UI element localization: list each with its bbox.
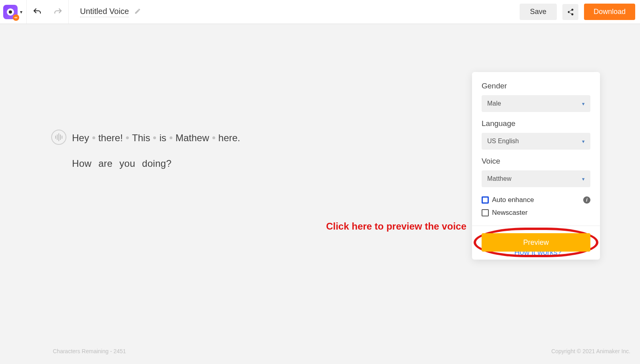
project-title[interactable]: Untitled Voice xyxy=(80,7,129,17)
voice-dropdown[interactable]: Matthew ▾ xyxy=(482,170,590,187)
newscaster-row[interactable]: Newscaster xyxy=(482,209,590,217)
logo-menu[interactable]: ▾ xyxy=(0,0,27,24)
gender-value: Male xyxy=(487,100,501,107)
annotation-callout: Click here to preview the voice xyxy=(326,221,466,232)
chevron-down-icon: ▾ xyxy=(20,9,22,15)
gender-label: Gender xyxy=(482,82,590,90)
editor-text[interactable]: Hey there! This is Mathew here. How are … xyxy=(72,129,240,172)
language-label: Language xyxy=(482,119,590,128)
panel-divider xyxy=(472,226,600,226)
voice-value: Matthew xyxy=(487,175,511,182)
main-canvas: Hey there! This is Mathew here. How are … xyxy=(0,24,640,364)
editor-line-2: How are you doing? xyxy=(72,154,240,173)
top-toolbar: ▾ Untitled Voice Save Download xyxy=(0,0,640,24)
chevron-down-icon: ▾ xyxy=(582,138,585,144)
voice-text-editor[interactable]: Hey there! This is Mathew here. How are … xyxy=(51,129,240,172)
share-button[interactable] xyxy=(562,4,578,20)
chevron-down-icon: ▾ xyxy=(582,176,585,182)
language-dropdown[interactable]: US English ▾ xyxy=(482,133,590,150)
auto-enhance-checkbox[interactable] xyxy=(482,196,489,204)
newscaster-label: Newscaster xyxy=(492,209,528,217)
redo-button[interactable] xyxy=(48,0,68,24)
auto-enhance-row[interactable]: Auto enhance i xyxy=(482,196,590,204)
undo-button[interactable] xyxy=(27,0,48,24)
info-icon[interactable]: i xyxy=(583,196,590,204)
app-logo-icon xyxy=(3,5,18,19)
characters-remaining: Characters Remaining - 2451 xyxy=(53,348,126,354)
download-button[interactable]: Download xyxy=(584,4,635,20)
undo-redo-group xyxy=(27,0,69,24)
voice-settings-panel: Gender Male ▾ Language US English ▾ Voic… xyxy=(472,72,600,260)
title-area: Untitled Voice xyxy=(80,7,141,17)
auto-enhance-label: Auto enhance xyxy=(492,196,534,204)
voice-label: Voice xyxy=(482,157,590,166)
chevron-down-icon: ▾ xyxy=(582,101,585,107)
editor-line-1: Hey there! This is Mathew here. xyxy=(72,129,240,147)
newscaster-checkbox[interactable] xyxy=(482,209,489,216)
edit-title-icon[interactable] xyxy=(134,8,141,16)
share-icon xyxy=(566,8,574,16)
audio-wave-icon[interactable] xyxy=(51,130,66,145)
gender-dropdown[interactable]: Male ▾ xyxy=(482,95,590,112)
copyright-text: Copyright © 2021 Animaker Inc. xyxy=(551,348,630,354)
preview-button[interactable]: Preview xyxy=(482,233,590,252)
save-button[interactable]: Save xyxy=(520,4,557,20)
language-value: US English xyxy=(487,138,519,145)
